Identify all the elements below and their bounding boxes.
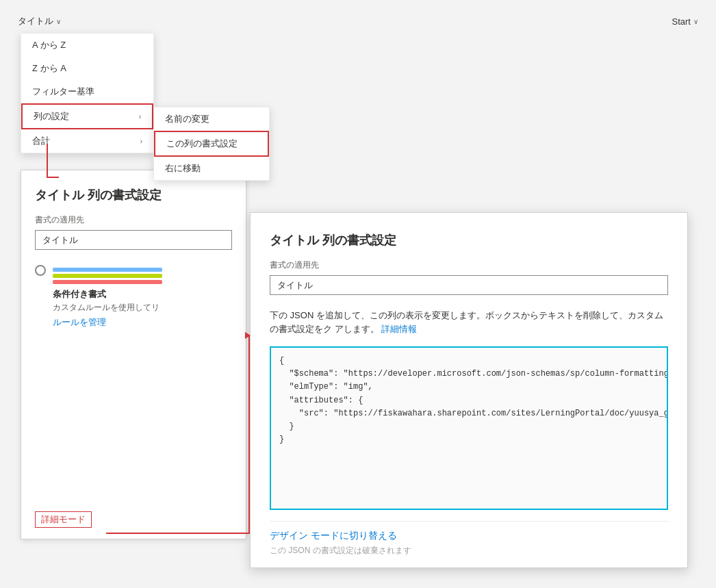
conditional-title: 条件付き書式 xyxy=(53,288,232,301)
detail-mode-button[interactable]: 詳細モード xyxy=(35,511,92,528)
color-bar-green xyxy=(53,274,162,278)
title-col-label: タイトル xyxy=(18,15,53,27)
conditional-text: 条件付き書式 カスタムルールを使用してリ ルールを管理 xyxy=(53,264,232,329)
arrow-v1 xyxy=(47,144,48,178)
color-bar-blue xyxy=(53,268,162,272)
total-chevron-icon: › xyxy=(140,138,142,145)
start-column-header[interactable]: Start ∨ xyxy=(668,14,702,29)
start-col-label: Start xyxy=(672,16,691,27)
conditional-desc: カスタムルールを使用してリ xyxy=(53,302,232,314)
col-settings-chevron-icon: › xyxy=(139,113,141,120)
panel-1: タイトル 列の書式設定 書式の適用先 条件付き書式 カスタムルールを使用してリ … xyxy=(21,170,246,539)
color-bars xyxy=(53,268,232,284)
dropdown-item-az-label: A から Z xyxy=(32,39,66,51)
dropdown-item-az[interactable]: A から Z xyxy=(21,34,153,57)
panel2-apply-input[interactable] xyxy=(270,275,668,295)
panel1-apply-input[interactable] xyxy=(35,230,232,250)
color-bar-red xyxy=(53,280,162,284)
dropdown-item-za[interactable]: Z から A xyxy=(21,57,153,80)
design-mode-warn: この JSON の書式設定は破棄されます xyxy=(270,545,668,557)
submenu-rename-label: 名前の変更 xyxy=(165,114,209,124)
panel1-footer: 詳細モード xyxy=(35,511,232,528)
panel2-info-link[interactable]: 詳細情報 xyxy=(381,324,417,334)
start-chevron-icon: ∨ xyxy=(693,18,698,25)
manage-rules-link[interactable]: ルールを管理 xyxy=(53,316,106,329)
panel2-title: タイトル 列の書式設定 xyxy=(270,232,668,248)
dropdown-menu: A から Z Z から A フィルター基準 列の設定 › 合計 › xyxy=(21,33,154,153)
arrow-head-right xyxy=(245,332,251,339)
arrow-h2 xyxy=(106,533,250,534)
submenu-item-rename[interactable]: 名前の変更 xyxy=(154,107,269,131)
dropdown-item-col-settings-label: 列の設定 xyxy=(34,110,69,123)
title-column-header[interactable]: タイトル ∨ xyxy=(14,12,65,30)
title-chevron-icon: ∨ xyxy=(56,18,61,25)
submenu-format-label: この列の書式設定 xyxy=(166,138,238,149)
conditional-row: 条件付き書式 カスタムルールを使用してリ ルールを管理 xyxy=(35,264,232,329)
arrow-h1 xyxy=(47,177,59,178)
json-area-wrapper xyxy=(270,338,668,510)
dropdown-item-filter[interactable]: フィルター基準 xyxy=(21,80,153,103)
dropdown-item-za-label: Z から A xyxy=(32,62,66,75)
top-bar: タイトル ∨ Start ∨ xyxy=(14,12,702,30)
submenu-move-right-label: 右に移動 xyxy=(165,163,201,173)
panel2-info-text-content: 下の JSON を追加して、この列の表示を変更します。ボックスからテキストを削除… xyxy=(270,310,663,334)
submenu-item-move-right[interactable]: 右に移動 xyxy=(154,157,269,180)
panel2-info-text: 下の JSON を追加して、この列の表示を変更します。ボックスからテキストを削除… xyxy=(270,309,668,335)
json-editor[interactable] xyxy=(270,346,668,510)
dropdown-item-total[interactable]: 合計 › xyxy=(21,129,153,153)
dropdown-item-filter-label: フィルター基準 xyxy=(32,86,94,98)
dropdown-item-col-settings[interactable]: 列の設定 › xyxy=(21,103,153,129)
panel1-title: タイトル 列の書式設定 xyxy=(35,187,232,203)
submenu-item-format[interactable]: この列の書式設定 xyxy=(154,131,269,157)
arrow-v2 xyxy=(248,335,250,534)
panel1-apply-label: 書式の適用先 xyxy=(35,214,232,226)
panel2-apply-label: 書式の適用先 xyxy=(270,259,668,271)
conditional-radio[interactable] xyxy=(35,265,46,276)
submenu: 名前の変更 この列の書式設定 右に移動 xyxy=(153,107,270,181)
panel2-footer: デザイン モードに切り替える この JSON の書式設定は破棄されます xyxy=(270,521,668,557)
design-mode-link[interactable]: デザイン モードに切り替える xyxy=(270,530,397,541)
panel-2: タイトル 列の書式設定 書式の適用先 下の JSON を追加して、この列の表示を… xyxy=(250,212,688,568)
